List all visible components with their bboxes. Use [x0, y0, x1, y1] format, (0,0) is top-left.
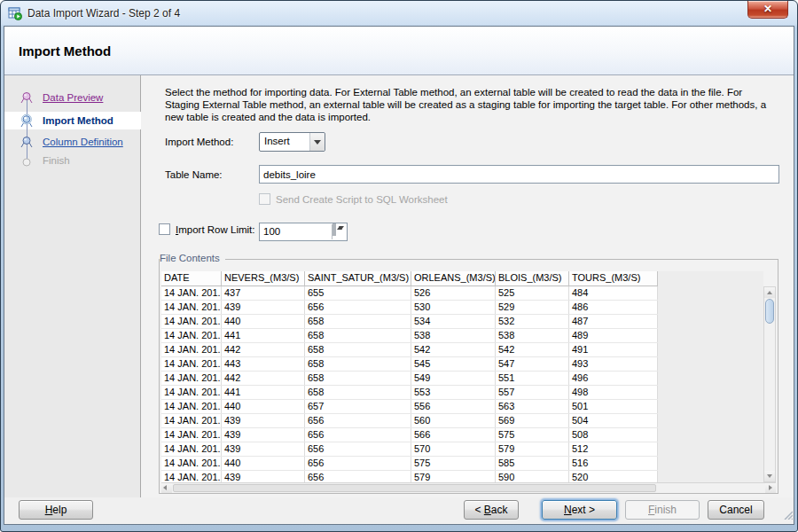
table-cell: 569 — [496, 414, 569, 427]
sidebar-step-import-method[interactable]: Import Method — [43, 115, 113, 126]
table-row[interactable]: 14 JAN. 201...439656560569504 — [161, 414, 658, 428]
table-row[interactable]: 14 JAN. 201...443658545547493 — [161, 357, 658, 372]
window-title: Data Import Wizard - Step 2 of 4 — [27, 7, 180, 20]
table-row[interactable]: 14 JAN. 201...440656575585516 — [161, 457, 658, 471]
table-cell: 529 — [496, 301, 569, 314]
table-cell: 658 — [305, 357, 411, 371]
table-row[interactable]: 14 JAN. 201...441658553557498 — [161, 386, 658, 400]
table-cell: 656 — [305, 414, 411, 427]
vertical-scroll-thumb[interactable] — [765, 299, 774, 324]
row-limit-checkbox[interactable] — [159, 223, 170, 235]
table-row[interactable]: 14 JAN. 201...439656566575508 — [161, 428, 658, 442]
help-button[interactable]: Help — [19, 500, 93, 520]
table-cell: 442 — [222, 372, 305, 385]
method-description: Select the method for importing data. Fo… — [165, 86, 778, 123]
table-cell: 441 — [222, 329, 305, 342]
table-cell: 440 — [222, 315, 305, 328]
table-cell: 440 — [222, 400, 305, 413]
step-node-icon — [20, 91, 33, 107]
wizard-window: Data Import Wizard - Step 2 of 4 ✕ Impor… — [0, 0, 798, 532]
table-cell: 557 — [496, 386, 569, 399]
table-cell: 658 — [305, 386, 411, 399]
row-limit-spinner[interactable]: 100 — [259, 223, 348, 241]
resize-grip-icon[interactable] — [782, 507, 793, 523]
table-cell: 443 — [222, 357, 305, 371]
column-header: SAINT_SATUR_(M3/S) — [305, 271, 411, 286]
table-cell: 14 JAN. 201... — [161, 400, 222, 413]
table-cell: 441 — [222, 386, 305, 399]
table-row[interactable]: 14 JAN. 201...441658538538489 — [161, 329, 658, 343]
table-cell: 530 — [411, 301, 496, 314]
table-cell: 439 — [222, 428, 305, 442]
table-row[interactable]: 14 JAN. 201...439656530529486 — [161, 301, 658, 315]
close-button[interactable]: ✕ — [747, 1, 788, 19]
table-header-row: DATENEVERS_(M3/S)SAINT_SATUR_(M3/S)ORLEA… — [161, 271, 763, 286]
table-cell: 496 — [569, 372, 658, 385]
import-wizard-icon — [8, 6, 22, 20]
table-cell: 549 — [411, 372, 496, 385]
horizontal-scroll-thumb[interactable] — [173, 484, 656, 492]
table-cell: 14 JAN. 201... — [161, 414, 222, 427]
column-header: DATE — [161, 271, 222, 286]
spinner-down-button[interactable] — [334, 223, 336, 236]
table-cell: 14 JAN. 201... — [161, 457, 222, 470]
table-row[interactable]: 14 JAN. 201...442658549551496 — [161, 372, 658, 386]
table-cell: 14 JAN. 201... — [161, 343, 222, 356]
step-node-icon — [20, 136, 33, 152]
file-contents-label: File Contents — [160, 253, 225, 263]
table-row[interactable]: 14 JAN. 201...439656579590520 — [161, 471, 658, 482]
table-cell: 439 — [222, 471, 305, 482]
table-row[interactable]: 14 JAN. 201...437655526525484 — [161, 286, 658, 301]
import-method-dropdown[interactable]: Insert — [259, 132, 325, 152]
scroll-up-icon[interactable] — [764, 287, 775, 298]
column-header: NEVERS_(M3/S) — [222, 271, 305, 286]
scroll-left-icon[interactable] — [161, 483, 172, 493]
table-cell: 512 — [569, 442, 658, 456]
table-cell: 542 — [496, 343, 569, 356]
table-row[interactable]: 14 JAN. 201...442658542542491 — [161, 343, 658, 357]
table-cell: 520 — [569, 471, 658, 482]
table-cell: 439 — [222, 442, 305, 456]
table-row[interactable]: 14 JAN. 201...440657556563501 — [161, 400, 658, 414]
table-cell: 658 — [305, 315, 411, 328]
scroll-right-icon[interactable] — [765, 483, 776, 493]
table-cell: 484 — [569, 286, 658, 300]
import-method-label: Import Method: — [165, 132, 233, 152]
row-limit-value: 100 — [263, 226, 280, 237]
chevron-down-icon — [309, 133, 325, 151]
table-cell: 491 — [569, 343, 658, 356]
table-cell: 439 — [222, 414, 305, 427]
vertical-scrollbar[interactable] — [763, 286, 776, 482]
wizard-page-content: Select the method for importing data. Fo… — [141, 75, 794, 497]
scroll-down-icon[interactable] — [764, 471, 775, 481]
table-cell: 656 — [305, 471, 411, 482]
table-name-input[interactable] — [259, 165, 779, 184]
table-cell: 656 — [305, 457, 411, 470]
table-row[interactable]: 14 JAN. 201...439656570579512 — [161, 442, 658, 457]
horizontal-scrollbar[interactable] — [161, 482, 776, 493]
table-cell: 547 — [496, 357, 569, 371]
sidebar-step-column-definition[interactable]: Column Definition — [43, 137, 123, 147]
table-cell: 504 — [569, 414, 658, 427]
table-cell: 656 — [305, 442, 411, 456]
cancel-button[interactable]: Cancel — [708, 500, 764, 520]
next-button[interactable]: Next > — [542, 500, 617, 520]
table-cell: 656 — [305, 428, 411, 442]
file-contents-table: DATENEVERS_(M3/S)SAINT_SATUR_(M3/S)ORLEA… — [161, 271, 763, 482]
table-cell: 532 — [496, 315, 569, 328]
table-cell: 439 — [222, 301, 305, 314]
sidebar-step-data-preview[interactable]: Data Preview — [43, 92, 103, 103]
table-cell: 14 JAN. 201... — [161, 286, 222, 300]
table-cell: 658 — [305, 329, 411, 342]
table-cell: 551 — [496, 372, 569, 385]
table-name-label: Table Name: — [165, 165, 223, 184]
table-row[interactable]: 14 JAN. 201...440658534532487 — [161, 315, 658, 329]
table-cell: 545 — [411, 357, 496, 371]
step-node-icon — [20, 113, 34, 131]
table-cell: 585 — [496, 457, 569, 470]
table-cell: 486 — [569, 301, 658, 314]
back-button[interactable]: < Back — [464, 500, 519, 520]
table-cell: 566 — [411, 428, 496, 442]
step-node-icon — [21, 155, 32, 171]
titlebar[interactable]: Data Import Wizard - Step 2 of 4 ✕ — [1, 1, 797, 26]
